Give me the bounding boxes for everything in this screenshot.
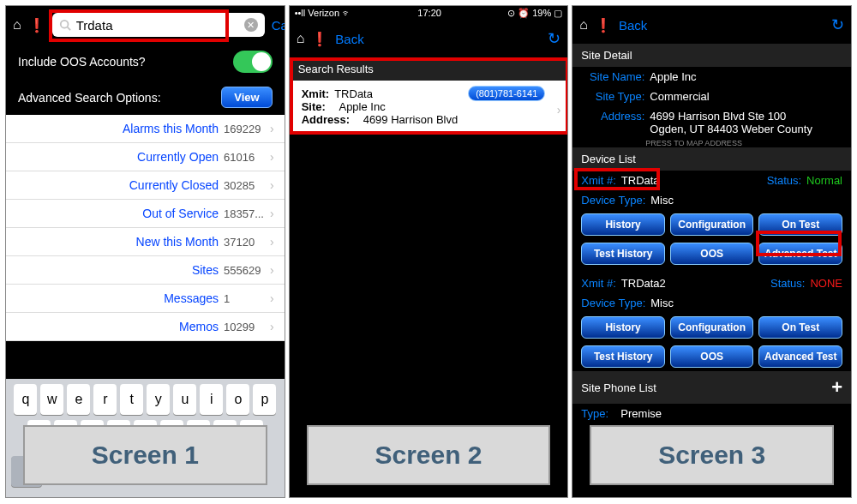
history-button[interactable]: History bbox=[581, 316, 665, 339]
list-item[interactable]: Out of Service18357...› bbox=[6, 200, 285, 228]
home-icon[interactable]: ⌂ bbox=[579, 17, 588, 33]
view-button[interactable]: View bbox=[221, 87, 272, 108]
key-w[interactable]: w bbox=[40, 384, 63, 415]
list-item[interactable]: Currently Open61016› bbox=[6, 143, 285, 171]
screen-3: ⌂ ❗ Back ↻ Site Detail Site Name:Apple I… bbox=[572, 5, 852, 498]
clear-icon[interactable]: ✕ bbox=[244, 18, 258, 32]
chevron-right-icon: › bbox=[270, 122, 274, 135]
highlight-box bbox=[49, 9, 229, 42]
status-value: Normal bbox=[806, 174, 842, 187]
back-button[interactable]: Back bbox=[335, 32, 363, 46]
list-item[interactable]: Currently Closed30285› bbox=[6, 171, 285, 200]
highlight-box bbox=[290, 57, 569, 135]
list-item[interactable]: Sites555629› bbox=[6, 256, 285, 285]
add-icon[interactable]: + bbox=[831, 376, 842, 399]
screen-label: Screen 3 bbox=[590, 425, 834, 485]
key-t[interactable]: t bbox=[120, 384, 143, 415]
device-list-header: Device List bbox=[572, 147, 851, 171]
configuration-button[interactable]: Configuration bbox=[670, 316, 754, 339]
list-item[interactable]: Alarms this Month169229› bbox=[6, 115, 285, 143]
map-hint[interactable]: PRESS TO MAP ADDRESS bbox=[572, 139, 851, 147]
history-button[interactable]: History bbox=[581, 213, 665, 236]
key-u[interactable]: u bbox=[173, 384, 196, 415]
key-q[interactable]: q bbox=[14, 384, 37, 415]
cancel-button[interactable]: Cancel bbox=[272, 18, 285, 33]
refresh-icon[interactable]: ↻ bbox=[831, 15, 844, 34]
refresh-icon[interactable]: ↻ bbox=[548, 29, 560, 48]
advanced-search-label: Advanced Search Options: bbox=[18, 91, 161, 105]
highlight-box bbox=[574, 168, 660, 190]
list-item[interactable]: Messages1› bbox=[6, 285, 285, 313]
oos-button[interactable]: OOS bbox=[670, 345, 754, 368]
phone-list-header: Site Phone List+ bbox=[572, 371, 851, 404]
carrier-label: ••ll Verizon ᯤ bbox=[295, 8, 351, 18]
screen-1: ⌂ ❗ ✕ Cancel Include OOS Accounts? Advan… bbox=[5, 5, 285, 498]
test-history-button[interactable]: Test History bbox=[581, 345, 665, 368]
screen-2: ••ll Verizon ᯤ 17:20 ⊙ ⏰ 19% ▢ ⌂ ❗ Back … bbox=[289, 5, 569, 498]
key-o[interactable]: o bbox=[226, 384, 249, 415]
alert-icon[interactable]: ❗ bbox=[595, 17, 612, 33]
key-e[interactable]: e bbox=[67, 384, 90, 415]
home-icon[interactable]: ⌂ bbox=[297, 31, 305, 46]
time-label: 17:20 bbox=[417, 8, 441, 18]
list-item[interactable]: Memos10299› bbox=[6, 313, 285, 341]
key-p[interactable]: p bbox=[253, 384, 276, 415]
oos-button[interactable]: OOS bbox=[670, 243, 754, 265]
key-i[interactable]: i bbox=[200, 384, 223, 415]
battery-label: ⊙ ⏰ 19% ▢ bbox=[507, 8, 562, 19]
back-button[interactable]: Back bbox=[619, 18, 647, 33]
highlight-box bbox=[756, 231, 842, 256]
screen-label: Screen 1 bbox=[23, 425, 267, 485]
key-r[interactable]: r bbox=[93, 384, 117, 415]
include-oos-label: Include OOS Accounts? bbox=[18, 55, 146, 69]
on-test-button[interactable]: On Test bbox=[758, 316, 842, 339]
key-y[interactable]: y bbox=[147, 384, 170, 415]
test-history-button[interactable]: Test History bbox=[581, 243, 665, 265]
alert-icon[interactable]: ❗ bbox=[28, 17, 45, 33]
section-header: Site Detail bbox=[572, 44, 851, 67]
alert-icon[interactable]: ❗ bbox=[311, 31, 328, 47]
include-oos-toggle[interactable] bbox=[233, 51, 273, 73]
advanced-test-button[interactable]: Advanced Test bbox=[758, 345, 842, 368]
status-value: NONE bbox=[810, 277, 842, 290]
screen-label: Screen 2 bbox=[307, 425, 551, 485]
home-icon[interactable]: ⌂ bbox=[13, 17, 21, 33]
configuration-button[interactable]: Configuration bbox=[670, 213, 754, 236]
list-item[interactable]: New this Month37120› bbox=[6, 228, 285, 256]
